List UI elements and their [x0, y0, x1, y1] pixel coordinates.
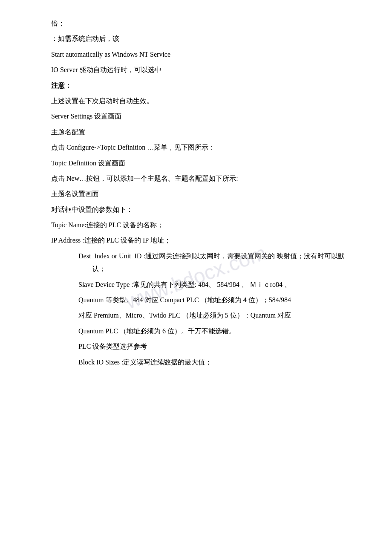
line-8: 主题名配置: [51, 126, 358, 139]
line-20: Quantum PLC （地址必须为 6 位）。千万不能选错。: [51, 325, 358, 338]
line-2: ：如需系统启动后，该: [51, 32, 358, 45]
line-3: Start automatically as Windows NT Servic…: [51, 48, 358, 61]
line-6: 上述设置在下次启动时自动生效。: [51, 95, 358, 107]
line-14: Topic Name:连接的 PLC 设备的名称；: [51, 219, 358, 231]
line-12: 主题名设置画面: [51, 188, 358, 200]
line-note-label: 注意：: [51, 79, 358, 92]
document-content: 倍； ：如需系统启动后，该 Start automatically as Win…: [51, 17, 358, 369]
line-11: 点击 New…按钮，可以添加一个主题名。主题名配置如下所示:: [51, 172, 358, 185]
line-16: Dest_Index or Unit_ID :通过网关连接到以太网时，需要设置网…: [65, 250, 358, 276]
line-4: IO Server 驱动自动运行时，可以选中: [51, 64, 358, 76]
line-10: Topic Definition 设置画面: [51, 157, 358, 170]
line-7: Server Settings 设置画面: [51, 110, 358, 123]
line-17: Slave Device Type :常见的共有下列类型: 484、 584/9…: [65, 278, 358, 291]
line-21: PLC 设备类型选择参考: [51, 340, 358, 353]
line-18: Quantum 等类型。484 对应 Compact PLC （地址必须为 4 …: [65, 294, 358, 306]
note-text: 注意：: [51, 82, 72, 89]
line-9: 点击 Configure->Topic Definition …菜单，见下图所示…: [51, 141, 358, 154]
line-22: Block IO Sizes :定义读写连续数据的最大值；: [51, 356, 358, 369]
line-19: 对应 Premium、Micro、Twido PLC （地址必须为 5 位）；Q…: [65, 309, 358, 322]
line-13: 对话框中设置的参数如下：: [51, 203, 358, 216]
line-1: 倍；: [51, 17, 358, 30]
line-15: IP Address :连接的 PLC 设备的 IP 地址；: [51, 234, 358, 247]
